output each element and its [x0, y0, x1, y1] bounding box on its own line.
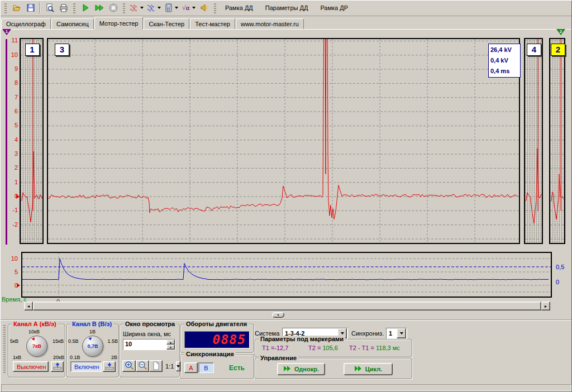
toolbar-grip[interactable]: [123, 2, 125, 13]
fast-icon: [95, 3, 104, 12]
save-button[interactable]: [23, 1, 37, 15]
channel-a-title: Канал А (кВ/э): [12, 321, 58, 327]
zoom-in-button[interactable]: [122, 360, 136, 372]
panel-badge-3: 3: [55, 44, 69, 56]
knob-a-label-bottom-left: 1кВ: [13, 355, 21, 360]
scope-axis-label: 6: [7, 108, 18, 114]
channel-b-knob[interactable]: 0,7В: [82, 336, 103, 357]
toolbar-grip[interactable]: [4, 2, 7, 13]
sync-a-button[interactable]: А: [184, 362, 198, 373]
single-run-button[interactable]: Однокр.: [277, 363, 325, 375]
dropdown-caret-icon: [175, 7, 178, 9]
cycle-run-button[interactable]: Цикл.: [344, 363, 393, 375]
menu-ramka-dr[interactable]: Рамка ДР: [314, 2, 354, 14]
knob-b-value: 0,7В: [83, 336, 103, 356]
channel-b-title: Канал В (В/э): [70, 321, 113, 327]
channel-a-power-button[interactable]: Выключен: [13, 361, 49, 372]
scope-panel-1: 1: [20, 38, 44, 244]
channel-a-level-button[interactable]: [51, 361, 64, 372]
knob-a-value: 7кВ: [27, 336, 47, 356]
scroll-thumb[interactable]: [33, 302, 541, 310]
level-down-icon: [105, 362, 114, 371]
new-view-button[interactable]: [149, 360, 163, 372]
knob-a-label-top: 10кВ: [28, 329, 40, 334]
tab-motor-tester[interactable]: Мотор-тестер: [94, 17, 144, 29]
start-cycle-button[interactable]: [92, 1, 106, 15]
zoom-out-icon: [138, 361, 147, 371]
toolbar-grip[interactable]: [73, 2, 75, 13]
rpm-group: Обороты двигателя 0885: [180, 324, 254, 353]
print-preview-button[interactable]: [42, 1, 56, 15]
scale-bar: [6, 39, 7, 245]
tab-test-master[interactable]: Тест-мастер: [190, 18, 235, 29]
level-up-icon: [53, 362, 62, 371]
start-button[interactable]: [78, 1, 92, 15]
tab-recorder[interactable]: Самописец: [51, 18, 94, 29]
channel-b-mode-button[interactable]: [145, 1, 163, 15]
timeline-chart[interactable]: [21, 252, 552, 298]
channel-a-mode-button[interactable]: [128, 1, 145, 15]
run-control-group: Управление Однокр. Цикл.: [255, 358, 412, 379]
scale-value: 1:1: [163, 363, 176, 370]
scope-panel-4: 4: [524, 38, 543, 244]
sound-button[interactable]: [197, 1, 211, 15]
chevron-down-icon: [341, 332, 344, 334]
sync-group: Синхронизация А В Есть: [180, 354, 254, 379]
combo-arrow-button[interactable]: [397, 328, 406, 338]
spin-down-button[interactable]: ▼: [166, 345, 175, 350]
scope-axis-label: 3: [7, 150, 18, 157]
chevron-down-icon: [400, 332, 403, 334]
panel-grip[interactable]: [3, 324, 6, 373]
toolbar-grip[interactable]: [214, 2, 216, 13]
play-icon: [81, 3, 90, 12]
run-icon: [354, 365, 363, 373]
scope-axis-label: 7: [7, 94, 18, 101]
menu-parametry-dd[interactable]: Параметры ДД: [259, 2, 314, 14]
tab-oscillograph[interactable]: Осциллограф: [1, 18, 51, 29]
stop-button[interactable]: [106, 1, 120, 15]
spin-up-button[interactable]: ▲: [166, 340, 175, 345]
scope-axis-label: 2: [7, 164, 18, 171]
knob-a-label-bottom-right: 20кВ: [53, 355, 64, 360]
print-button[interactable]: [56, 1, 70, 15]
scroll-left-button[interactable]: ◄: [24, 302, 33, 310]
sync-source-label: Синхрониз.: [351, 330, 384, 337]
run-icon: [283, 365, 292, 373]
menu-ramka-dd[interactable]: Рамка ДД: [219, 2, 259, 14]
open-button[interactable]: [9, 1, 23, 15]
toolbar: √αРамка ДДПараметры ДДРамка ДР: [0, 0, 572, 16]
window-width-spinbox[interactable]: 10 ▲ ▼: [123, 339, 175, 350]
math-functions-button[interactable]: √α: [180, 1, 197, 15]
window-width-value[interactable]: 10: [123, 340, 166, 350]
tab-website[interactable]: www.motor-master.ru: [236, 18, 304, 29]
channel-a-knob[interactable]: 7кВ: [26, 336, 47, 357]
sync-source-combo[interactable]: 1: [386, 328, 407, 339]
scope-axis-label: 8: [7, 79, 18, 86]
calc-icon: [164, 3, 173, 12]
channel-b-level-button[interactable]: [103, 361, 116, 372]
scope-axis-label: -1: [7, 207, 18, 213]
sync-title: Синхронизация: [184, 351, 236, 357]
save-icon: [26, 3, 35, 12]
scope-axis-label: 1: [7, 179, 18, 185]
cursor-readout: 26,4 kV0,4 kV0,4 ms: [488, 44, 521, 78]
channel-b-level-label: 0,5: [556, 264, 564, 270]
scope-axis-label: 4: [7, 136, 18, 143]
sync-b-button[interactable]: В: [198, 362, 214, 373]
knob-a-label-right: 15кВ: [53, 338, 64, 344]
timeline-zero-arrow: [17, 283, 20, 288]
print-icon: [59, 3, 68, 12]
tab-bar: ОсциллографСамописецМотор-тестерСкан-Тес…: [0, 17, 572, 29]
timeline-scrollbar[interactable]: ◄ ►: [24, 302, 550, 310]
calculator-button[interactable]: [163, 1, 180, 15]
zoom-out-button[interactable]: [136, 360, 149, 372]
tab-scan-tester[interactable]: Скан-Тестер: [144, 18, 189, 29]
t1-readout: Т1 =-12,7: [262, 345, 288, 351]
collapse-panel-button[interactable]: ▼: [272, 312, 284, 318]
scroll-right-button[interactable]: ►: [541, 302, 550, 310]
scope-panel-2: 2: [549, 38, 565, 244]
channel-b-power-button[interactable]: Включен: [70, 361, 102, 372]
scale-combo[interactable]: 1:1: [163, 361, 178, 372]
view-window-group: Окно просмотра Ширина окна, мс 10 ▲ ▼ 1:…: [120, 324, 180, 377]
rpm-title: Обороты двигателя: [184, 321, 249, 327]
